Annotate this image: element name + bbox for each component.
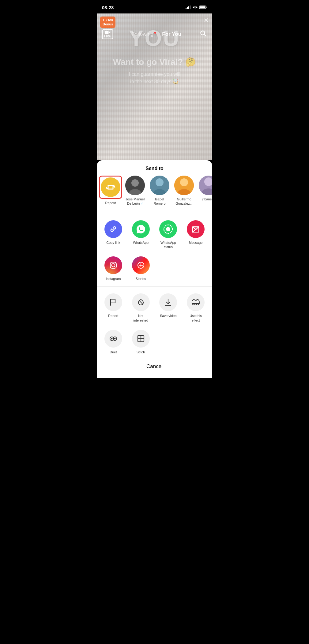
contact-guillermo[interactable]: Guillermo Gonzalez... (174, 176, 194, 206)
action-instagram[interactable]: Instagram (100, 253, 127, 285)
actions-row-2: Report Notinterested Save video (97, 287, 212, 359)
battery-icon (199, 5, 207, 10)
contact-jose[interactable]: Jose Manuel De León ✓ (125, 176, 145, 206)
verified-badge: ✓ (141, 202, 143, 205)
contact-guillermo-name: Guillermo Gonzalez... (174, 197, 194, 206)
action-stitch[interactable]: Stitch (127, 327, 155, 359)
message-label: Message (189, 240, 203, 245)
divider-1 (97, 212, 212, 212)
contact-jribanez[interactable]: jribanez_ (199, 176, 212, 206)
svg-rect-1 (187, 7, 188, 9)
repost-avatar (101, 177, 120, 197)
action-save-video[interactable]: Save video (155, 290, 182, 327)
video-subtitle: I can guarantee you willin the next 30 d… (97, 71, 212, 85)
contact-jribanez-avatar (199, 176, 212, 195)
actions-row-1: Copy link WhatsApp WhatsAppstatus (97, 214, 212, 285)
top-nav: LIVE Following | For You (97, 27, 212, 42)
time: 08:28 (102, 5, 114, 10)
contact-guillermo-avatar (174, 176, 194, 195)
signal-icon (186, 5, 191, 10)
contacts-row: Repost Jose Manuel De León ✓ (97, 176, 212, 211)
save-video-icon (159, 293, 177, 311)
use-effect-icon (187, 293, 205, 311)
action-use-effect[interactable]: Use thiseffect (182, 290, 209, 327)
message-icon (187, 220, 205, 238)
duet-label: Duet (110, 350, 117, 354)
action-whatsapp[interactable]: WhatsApp (127, 217, 155, 254)
save-video-label: Save video (160, 314, 176, 318)
svg-point-18 (180, 178, 188, 186)
report-icon (104, 293, 122, 311)
whatsapp-icon (132, 220, 150, 238)
contact-isabel-name: Isabel Romero (150, 197, 169, 206)
repost-label: Repost (105, 201, 116, 205)
nav-tabs: Following | For You (131, 31, 181, 37)
action-stories[interactable]: Stories (127, 253, 155, 285)
svg-rect-5 (200, 6, 205, 8)
svg-point-15 (156, 178, 164, 186)
svg-point-44 (111, 338, 112, 340)
instagram-icon (104, 256, 122, 274)
use-effect-label: Use thiseffect (190, 314, 202, 322)
svg-point-46 (114, 338, 115, 340)
contact-isabel-avatar (150, 176, 169, 195)
close-overlay-button[interactable]: ✕ (204, 17, 209, 24)
status-bar: 08:28 (97, 0, 212, 13)
share-sheet: Send to Repost (97, 160, 212, 378)
cancel-button[interactable]: Cancel (97, 359, 212, 372)
svg-rect-2 (188, 6, 189, 9)
video-viral-text: Want to go Viral? 🤔 (97, 57, 212, 67)
svg-rect-7 (105, 31, 108, 34)
not-interested-label: Notinterested (133, 314, 148, 322)
whatsapp-status-icon (159, 220, 177, 238)
whatsapp-status-label: WhatsAppstatus (160, 240, 176, 249)
action-copy-link[interactable]: Copy link (100, 217, 127, 254)
svg-point-30 (111, 264, 115, 267)
svg-marker-8 (109, 31, 110, 34)
action-duet[interactable]: Duet (100, 327, 127, 359)
svg-point-9 (201, 31, 205, 35)
svg-rect-6 (206, 6, 207, 8)
send-to-label: Send to (97, 160, 212, 176)
stitch-label: Stitch (137, 350, 145, 354)
live-button[interactable]: LIVE (102, 29, 113, 39)
contact-jribanez-name: jribanez_ (202, 197, 212, 201)
duet-icon (104, 330, 122, 348)
tab-for-you[interactable]: For You (162, 31, 181, 37)
svg-rect-40 (192, 301, 199, 303)
wifi-icon (193, 5, 198, 10)
svg-rect-3 (190, 6, 191, 9)
stories-label: Stories (136, 277, 146, 281)
whatsapp-label: WhatsApp (133, 240, 149, 245)
action-not-interested[interactable]: Notinterested (127, 290, 155, 327)
svg-point-31 (115, 263, 115, 264)
not-interested-icon (132, 293, 150, 311)
copy-link-icon (104, 220, 122, 238)
repost-contact[interactable]: Repost (101, 176, 120, 206)
contact-jose-name: Jose Manuel De León ✓ (125, 197, 145, 206)
action-whatsapp-status[interactable]: WhatsAppstatus (155, 217, 182, 254)
action-report[interactable]: Report (100, 290, 127, 327)
svg-rect-0 (186, 8, 187, 9)
svg-point-12 (131, 179, 139, 187)
search-button[interactable] (200, 30, 207, 39)
svg-line-10 (204, 35, 206, 37)
status-icons (186, 5, 207, 10)
instagram-label: Instagram (106, 277, 121, 281)
svg-rect-48 (138, 336, 141, 339)
contact-jose-avatar (125, 176, 145, 195)
report-label: Report (108, 314, 118, 318)
copy-link-label: Copy link (106, 240, 120, 245)
svg-point-27 (166, 227, 170, 231)
svg-line-35 (139, 300, 143, 304)
tab-following[interactable]: Following (131, 31, 156, 37)
contact-isabel[interactable]: Isabel Romero (150, 176, 169, 206)
action-message[interactable]: Message (182, 217, 209, 254)
stitch-icon (132, 330, 150, 348)
stories-icon (132, 256, 150, 274)
